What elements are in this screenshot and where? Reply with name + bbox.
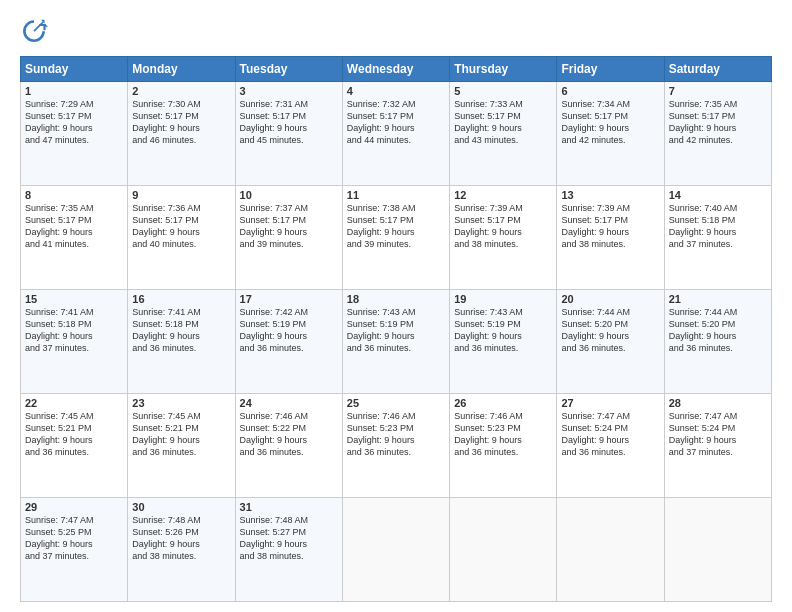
calendar-cell: 28 Sunrise: 7:47 AMSunset: 5:24 PMDaylig…	[664, 394, 771, 498]
calendar-cell: 21 Sunrise: 7:44 AMSunset: 5:20 PMDaylig…	[664, 290, 771, 394]
day-info: Sunrise: 7:45 AMSunset: 5:21 PMDaylight:…	[25, 411, 94, 457]
calendar-cell	[664, 498, 771, 602]
day-info: Sunrise: 7:39 AMSunset: 5:17 PMDaylight:…	[454, 203, 523, 249]
day-info: Sunrise: 7:46 AMSunset: 5:23 PMDaylight:…	[454, 411, 523, 457]
calendar-cell: 16 Sunrise: 7:41 AMSunset: 5:18 PMDaylig…	[128, 290, 235, 394]
day-info: Sunrise: 7:44 AMSunset: 5:20 PMDaylight:…	[669, 307, 738, 353]
day-number: 5	[454, 85, 552, 97]
day-number: 28	[669, 397, 767, 409]
calendar-cell: 13 Sunrise: 7:39 AMSunset: 5:17 PMDaylig…	[557, 186, 664, 290]
day-number: 18	[347, 293, 445, 305]
day-number: 1	[25, 85, 123, 97]
day-info: Sunrise: 7:42 AMSunset: 5:19 PMDaylight:…	[240, 307, 309, 353]
calendar-cell: 14 Sunrise: 7:40 AMSunset: 5:18 PMDaylig…	[664, 186, 771, 290]
day-info: Sunrise: 7:45 AMSunset: 5:21 PMDaylight:…	[132, 411, 201, 457]
day-info: Sunrise: 7:36 AMSunset: 5:17 PMDaylight:…	[132, 203, 201, 249]
day-number: 17	[240, 293, 338, 305]
calendar-cell: 9 Sunrise: 7:36 AMSunset: 5:17 PMDayligh…	[128, 186, 235, 290]
day-number: 9	[132, 189, 230, 201]
logo	[20, 18, 52, 46]
calendar-cell: 11 Sunrise: 7:38 AMSunset: 5:17 PMDaylig…	[342, 186, 449, 290]
day-number: 13	[561, 189, 659, 201]
day-number: 7	[669, 85, 767, 97]
calendar-cell: 15 Sunrise: 7:41 AMSunset: 5:18 PMDaylig…	[21, 290, 128, 394]
day-info: Sunrise: 7:48 AMSunset: 5:27 PMDaylight:…	[240, 515, 309, 561]
day-number: 22	[25, 397, 123, 409]
calendar-cell: 8 Sunrise: 7:35 AMSunset: 5:17 PMDayligh…	[21, 186, 128, 290]
day-info: Sunrise: 7:29 AMSunset: 5:17 PMDaylight:…	[25, 99, 94, 145]
day-header-sunday: Sunday	[21, 57, 128, 82]
calendar-cell	[450, 498, 557, 602]
day-info: Sunrise: 7:34 AMSunset: 5:17 PMDaylight:…	[561, 99, 630, 145]
day-number: 10	[240, 189, 338, 201]
day-header-wednesday: Wednesday	[342, 57, 449, 82]
day-header-tuesday: Tuesday	[235, 57, 342, 82]
day-number: 14	[669, 189, 767, 201]
calendar-cell: 7 Sunrise: 7:35 AMSunset: 5:17 PMDayligh…	[664, 82, 771, 186]
day-info: Sunrise: 7:31 AMSunset: 5:17 PMDaylight:…	[240, 99, 309, 145]
day-number: 16	[132, 293, 230, 305]
calendar-cell: 5 Sunrise: 7:33 AMSunset: 5:17 PMDayligh…	[450, 82, 557, 186]
day-number: 15	[25, 293, 123, 305]
calendar-week-2: 8 Sunrise: 7:35 AMSunset: 5:17 PMDayligh…	[21, 186, 772, 290]
calendar-cell: 2 Sunrise: 7:30 AMSunset: 5:17 PMDayligh…	[128, 82, 235, 186]
calendar-cell: 22 Sunrise: 7:45 AMSunset: 5:21 PMDaylig…	[21, 394, 128, 498]
day-number: 12	[454, 189, 552, 201]
day-number: 29	[25, 501, 123, 513]
day-number: 20	[561, 293, 659, 305]
calendar-cell: 18 Sunrise: 7:43 AMSunset: 5:19 PMDaylig…	[342, 290, 449, 394]
calendar-cell: 20 Sunrise: 7:44 AMSunset: 5:20 PMDaylig…	[557, 290, 664, 394]
day-info: Sunrise: 7:41 AMSunset: 5:18 PMDaylight:…	[25, 307, 94, 353]
calendar-cell: 10 Sunrise: 7:37 AMSunset: 5:17 PMDaylig…	[235, 186, 342, 290]
calendar-cell: 19 Sunrise: 7:43 AMSunset: 5:19 PMDaylig…	[450, 290, 557, 394]
day-number: 11	[347, 189, 445, 201]
day-info: Sunrise: 7:40 AMSunset: 5:18 PMDaylight:…	[669, 203, 738, 249]
day-info: Sunrise: 7:30 AMSunset: 5:17 PMDaylight:…	[132, 99, 201, 145]
day-number: 3	[240, 85, 338, 97]
day-info: Sunrise: 7:37 AMSunset: 5:17 PMDaylight:…	[240, 203, 309, 249]
calendar-cell: 3 Sunrise: 7:31 AMSunset: 5:17 PMDayligh…	[235, 82, 342, 186]
calendar-cell: 30 Sunrise: 7:48 AMSunset: 5:26 PMDaylig…	[128, 498, 235, 602]
day-number: 2	[132, 85, 230, 97]
day-info: Sunrise: 7:39 AMSunset: 5:17 PMDaylight:…	[561, 203, 630, 249]
day-info: Sunrise: 7:47 AMSunset: 5:24 PMDaylight:…	[561, 411, 630, 457]
calendar-cell: 24 Sunrise: 7:46 AMSunset: 5:22 PMDaylig…	[235, 394, 342, 498]
day-info: Sunrise: 7:35 AMSunset: 5:17 PMDaylight:…	[25, 203, 94, 249]
day-header-thursday: Thursday	[450, 57, 557, 82]
calendar-week-3: 15 Sunrise: 7:41 AMSunset: 5:18 PMDaylig…	[21, 290, 772, 394]
calendar-cell: 4 Sunrise: 7:32 AMSunset: 5:17 PMDayligh…	[342, 82, 449, 186]
day-info: Sunrise: 7:33 AMSunset: 5:17 PMDaylight:…	[454, 99, 523, 145]
calendar-cell: 17 Sunrise: 7:42 AMSunset: 5:19 PMDaylig…	[235, 290, 342, 394]
calendar-cell: 29 Sunrise: 7:47 AMSunset: 5:25 PMDaylig…	[21, 498, 128, 602]
header	[20, 18, 772, 46]
day-info: Sunrise: 7:46 AMSunset: 5:22 PMDaylight:…	[240, 411, 309, 457]
day-number: 26	[454, 397, 552, 409]
day-number: 27	[561, 397, 659, 409]
calendar-cell: 12 Sunrise: 7:39 AMSunset: 5:17 PMDaylig…	[450, 186, 557, 290]
day-number: 19	[454, 293, 552, 305]
day-info: Sunrise: 7:35 AMSunset: 5:17 PMDaylight:…	[669, 99, 738, 145]
day-info: Sunrise: 7:48 AMSunset: 5:26 PMDaylight:…	[132, 515, 201, 561]
day-number: 31	[240, 501, 338, 513]
day-info: Sunrise: 7:47 AMSunset: 5:24 PMDaylight:…	[669, 411, 738, 457]
calendar-cell	[342, 498, 449, 602]
calendar-cell: 31 Sunrise: 7:48 AMSunset: 5:27 PMDaylig…	[235, 498, 342, 602]
calendar-cell: 26 Sunrise: 7:46 AMSunset: 5:23 PMDaylig…	[450, 394, 557, 498]
day-info: Sunrise: 7:44 AMSunset: 5:20 PMDaylight:…	[561, 307, 630, 353]
day-info: Sunrise: 7:46 AMSunset: 5:23 PMDaylight:…	[347, 411, 416, 457]
calendar-cell: 1 Sunrise: 7:29 AMSunset: 5:17 PMDayligh…	[21, 82, 128, 186]
day-info: Sunrise: 7:43 AMSunset: 5:19 PMDaylight:…	[347, 307, 416, 353]
day-info: Sunrise: 7:38 AMSunset: 5:17 PMDaylight:…	[347, 203, 416, 249]
calendar-cell: 23 Sunrise: 7:45 AMSunset: 5:21 PMDaylig…	[128, 394, 235, 498]
page: SundayMondayTuesdayWednesdayThursdayFrid…	[0, 0, 792, 612]
day-header-saturday: Saturday	[664, 57, 771, 82]
day-info: Sunrise: 7:43 AMSunset: 5:19 PMDaylight:…	[454, 307, 523, 353]
day-number: 25	[347, 397, 445, 409]
day-number: 6	[561, 85, 659, 97]
day-info: Sunrise: 7:41 AMSunset: 5:18 PMDaylight:…	[132, 307, 201, 353]
calendar-cell	[557, 498, 664, 602]
calendar-cell: 25 Sunrise: 7:46 AMSunset: 5:23 PMDaylig…	[342, 394, 449, 498]
logo-icon	[20, 18, 48, 46]
calendar-cell: 27 Sunrise: 7:47 AMSunset: 5:24 PMDaylig…	[557, 394, 664, 498]
calendar-week-1: 1 Sunrise: 7:29 AMSunset: 5:17 PMDayligh…	[21, 82, 772, 186]
